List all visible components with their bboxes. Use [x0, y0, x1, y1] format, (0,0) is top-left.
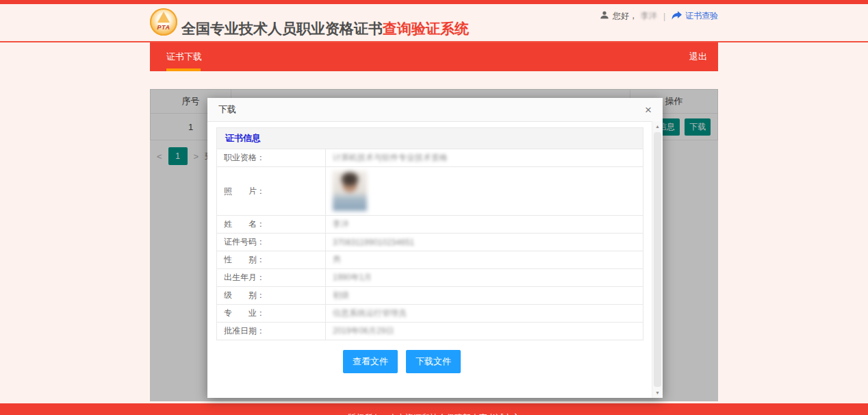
field-row-qualification: 职业资格： 计算机技术与软件专业技术资格 [217, 149, 643, 167]
site-header: PTA 全国专业技术人员职业资格证书查询验证系统 您好， 李洋 | 证书查验 [0, 4, 868, 42]
divider: | [663, 12, 665, 21]
content-area: 序号 操作 1 证书信息 下载 < 1 > 到 下载 × 证书信息 职业 [150, 89, 718, 401]
field-row-photo: 照 片： [217, 167, 643, 216]
logout-button[interactable]: 退出 [689, 51, 718, 63]
logo-text: PTA [157, 24, 170, 31]
cert-verify-link[interactable]: 证书查验 [685, 10, 718, 22]
modal-body: 证书信息 职业资格： 计算机技术与软件专业技术资格 照 片： 姓 名： 李洋 证… [207, 122, 663, 398]
view-file-button[interactable]: 查看文件 [343, 350, 398, 373]
field-value-blurred: 1990年1月 [333, 273, 372, 282]
field-label: 专 业： [217, 305, 326, 323]
field-value-blurred: 计算机技术与软件专业技术资格 [333, 153, 448, 162]
copyright-text: 版权所有：人力资源和社会保障部人事考试中心 [348, 412, 520, 415]
site-footer: 版权所有：人力资源和社会保障部人事考试中心 [0, 403, 868, 415]
greeting-text: 您好， [613, 10, 637, 22]
scroll-down-icon[interactable]: ▼ [652, 390, 663, 395]
scroll-up-icon[interactable]: ▲ [652, 124, 663, 129]
modal-scrollbar[interactable]: ▲ ▼ [652, 121, 663, 398]
user-bar: 您好， 李洋 | 证书查验 [600, 10, 718, 22]
cert-info-table: 职业资格： 计算机技术与软件专业技术资格 照 片： 姓 名： 李洋 证件号码： … [216, 149, 643, 340]
field-label: 出生年月： [217, 269, 326, 287]
field-label: 照 片： [217, 167, 326, 216]
field-label: 职业资格： [217, 149, 326, 167]
field-row-id-number: 证件号码： 370831199010234651 [217, 234, 643, 251]
close-icon[interactable]: × [645, 104, 652, 116]
field-label: 姓 名： [217, 216, 326, 234]
modal-button-row: 查看文件 下载文件 [343, 350, 643, 373]
field-row-approval-date: 批准日期： 2019年06月29日 [217, 323, 643, 340]
main-nav: 证书下载 退出 [150, 42, 718, 71]
user-icon [600, 10, 609, 22]
field-value-blurred: 370831199010234651 [333, 238, 414, 247]
logo-flame-icon [157, 12, 170, 23]
pta-logo: PTA [150, 8, 177, 36]
field-value-blurred: 李洋 [333, 219, 349, 229]
field-value-blurred: 男 [333, 255, 341, 264]
field-value-blurred: 初级 [333, 290, 349, 300]
active-tab-indicator [166, 68, 201, 71]
field-row-level: 级 别： 初级 [217, 287, 643, 305]
field-label: 级 别： [217, 287, 326, 305]
user-name: 李洋 [641, 10, 657, 22]
photo-blurred [333, 171, 367, 211]
field-row-name: 姓 名： 李洋 [217, 216, 643, 234]
scrollbar-thumb[interactable] [654, 132, 661, 387]
modal-header: 下载 × [207, 98, 663, 122]
tab-cert-download[interactable]: 证书下载 [150, 42, 218, 71]
page-title-main: 全国专业技术人员职业资格证书 [181, 21, 383, 36]
download-file-button[interactable]: 下载文件 [406, 350, 461, 373]
download-modal: 下载 × 证书信息 职业资格： 计算机技术与软件专业技术资格 照 片： 姓 名：… [207, 98, 663, 398]
field-value-blurred: 2019年06月29日 [333, 326, 394, 336]
field-row-gender: 性 别： 男 [217, 251, 643, 269]
page-title-accent: 查询验证系统 [383, 21, 469, 36]
field-label: 性 别： [217, 251, 326, 269]
section-title-cert-info: 证书信息 [216, 127, 643, 149]
field-label: 证件号码： [217, 234, 326, 251]
modal-title: 下载 [218, 103, 236, 116]
share-arrow-icon [672, 11, 682, 22]
field-label: 批准日期： [217, 323, 326, 340]
page-title: 全国专业技术人员职业资格证书查询验证系统 [181, 19, 469, 38]
field-row-birth: 出生年月： 1990年1月 [217, 269, 643, 287]
field-row-major: 专 业： 信息系统运行管理员 [217, 305, 643, 323]
field-value-blurred: 信息系统运行管理员 [333, 308, 407, 318]
